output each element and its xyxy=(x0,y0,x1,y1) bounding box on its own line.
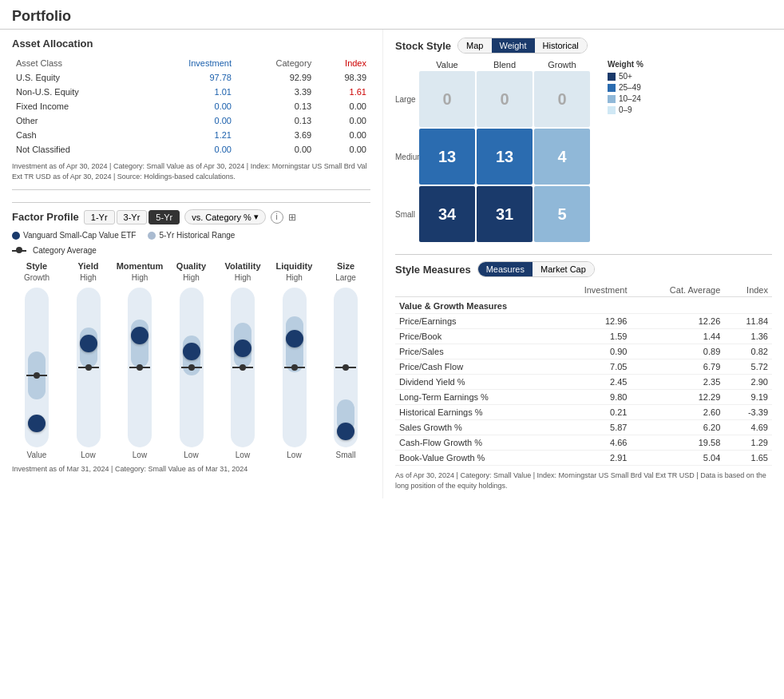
asset-allocation-table: Asset Class Investment Category Index U.… xyxy=(12,56,370,157)
measures-col-investment: Investment xyxy=(550,284,632,297)
slider-column-volatility: VolatilityHighLow xyxy=(218,261,267,459)
measure-cat-avg: 6.20 xyxy=(631,420,724,435)
measure-investment: 12.96 xyxy=(550,314,632,329)
style-row-label: Medium xyxy=(395,153,418,161)
measure-label: Price/Sales xyxy=(395,344,550,359)
btn-weight[interactable]: Weight xyxy=(492,38,535,53)
asset-label: Other xyxy=(12,113,142,128)
btn-1yr[interactable]: 1-Yr xyxy=(84,210,115,224)
btn-5yr[interactable]: 5-Yr xyxy=(148,210,180,224)
slider-track xyxy=(25,288,49,447)
slider-column-yield: YieldHighLow xyxy=(64,261,113,459)
legend-category: Category Average xyxy=(12,246,370,255)
slider-title: Quality xyxy=(176,261,206,271)
asset-category: 0.13 xyxy=(236,99,315,113)
grid-icon[interactable]: ⊞ xyxy=(288,212,296,223)
measure-cat-avg: 1.44 xyxy=(631,329,724,344)
weight-legend-item: 10–24 xyxy=(608,94,643,103)
col-header-growth: Growth xyxy=(534,60,590,70)
slider-title: Size xyxy=(337,261,354,271)
measure-investment: 4.66 xyxy=(550,435,632,451)
measures-footnote: As of Apr 30, 2024 | Category: Small Val… xyxy=(395,471,772,490)
slider-primary-dot xyxy=(286,330,303,348)
style-grid-cell: 0 xyxy=(477,71,533,127)
style-grid-row: Small34315 xyxy=(395,186,590,242)
slider-top-label: High xyxy=(183,273,200,284)
table-row: U.S. Equity 97.78 92.99 98.39 xyxy=(12,70,370,85)
measure-index: 1.29 xyxy=(724,435,772,451)
table-row: Historical Earnings % 0.21 2.60 -3.39 xyxy=(395,405,772,420)
btn-measures[interactable]: Measures xyxy=(478,262,533,276)
style-measures-section: Style Measures Measures Market Cap Inves… xyxy=(395,254,772,490)
col-index: Index xyxy=(315,56,370,70)
stock-style-section: Stock Style Map Weight Historical Value … xyxy=(395,38,772,242)
btn-map[interactable]: Map xyxy=(458,38,491,53)
slider-top-label: Growth xyxy=(24,273,49,284)
slider-primary-dot xyxy=(28,415,46,432)
style-grid-cell: 34 xyxy=(419,186,475,242)
col-investment: Investment xyxy=(142,56,236,70)
slider-bottom-label: Low xyxy=(81,451,95,459)
slider-track xyxy=(231,288,255,447)
btn-3yr[interactable]: 3-Yr xyxy=(117,210,148,224)
asset-category: 3.39 xyxy=(236,85,315,99)
slider-category-line xyxy=(284,367,305,368)
measure-label: Long-Term Earnings % xyxy=(395,390,550,405)
measure-label: Historical Earnings % xyxy=(395,405,550,420)
table-row: Dividend Yield % 2.45 2.35 2.90 xyxy=(395,375,772,390)
weight-legend-title: Weight % xyxy=(608,60,643,69)
factor-profile-title: Factor Profile xyxy=(12,211,79,223)
legend-line-label: Category Average xyxy=(33,246,97,255)
slider-top-label: High xyxy=(132,273,148,284)
weight-legend-label: 25–49 xyxy=(619,83,641,92)
asset-label: Cash xyxy=(12,128,142,142)
stock-style-buttons: Map Weight Historical xyxy=(457,38,588,54)
measure-cat-avg: 0.89 xyxy=(631,344,724,359)
weight-legend: Weight % 50+25–4910–240–9 xyxy=(608,60,643,117)
style-row-label: Large xyxy=(395,95,418,104)
table-row: Sales Growth % 5.87 6.20 4.69 xyxy=(395,420,772,435)
legend-secondary-label: 5-Yr Historical Range xyxy=(159,231,235,240)
measure-index: 5.72 xyxy=(724,359,772,375)
measure-cat-avg: 6.79 xyxy=(631,359,724,375)
legend-secondary-dot xyxy=(148,232,156,240)
table-row: Price/Sales 0.90 0.89 0.82 xyxy=(395,344,772,359)
btn-market-cap[interactable]: Market Cap xyxy=(533,262,594,276)
slider-primary-dot xyxy=(183,343,200,360)
table-row: Not Classified 0.00 0.00 0.00 xyxy=(12,142,370,157)
slider-title: Volatility xyxy=(224,261,260,271)
measure-index: 11.84 xyxy=(724,314,772,329)
measure-label: Price/Book xyxy=(395,329,550,344)
style-grid-cell: 31 xyxy=(477,186,533,242)
style-grid-cell: 0 xyxy=(534,71,590,127)
slider-primary-dot xyxy=(337,423,354,440)
measure-cat-avg: 2.60 xyxy=(631,405,724,420)
slider-track xyxy=(180,288,204,447)
btn-historical[interactable]: Historical xyxy=(535,38,587,53)
slider-top-label: High xyxy=(286,273,303,284)
slider-column-quality: QualityHighLow xyxy=(167,261,216,459)
measure-investment: 2.45 xyxy=(550,375,632,390)
slider-track xyxy=(283,288,307,447)
slider-title: Yield xyxy=(78,261,99,271)
slider-bottom-label: Value xyxy=(27,451,47,459)
measure-investment: 9.80 xyxy=(550,390,632,405)
asset-allocation-title: Asset Allocation xyxy=(12,38,370,50)
weight-legend-box xyxy=(608,84,616,92)
slider-title: Style xyxy=(26,261,47,271)
measure-index: 0.82 xyxy=(724,344,772,359)
asset-category: 0.00 xyxy=(236,142,315,157)
category-dropdown[interactable]: vs. Category % ▾ xyxy=(184,209,266,224)
slider-primary-dot xyxy=(80,335,97,352)
slider-category-line xyxy=(232,367,253,368)
asset-label: Fixed Income xyxy=(12,99,142,113)
factor-profile-footnote: Investment as of Mar 31, 2024 | Category… xyxy=(12,464,370,475)
asset-label: Not Classified xyxy=(12,142,142,157)
measure-cat-avg: 5.04 xyxy=(631,451,724,466)
measures-col-label xyxy=(395,284,550,297)
info-icon[interactable]: i xyxy=(271,211,283,224)
col-header-blend: Blend xyxy=(477,60,533,70)
table-row: Cash-Flow Growth % 4.66 19.58 1.29 xyxy=(395,435,772,451)
measure-index: 2.90 xyxy=(724,375,772,390)
col-asset-class: Asset Class xyxy=(12,56,142,70)
